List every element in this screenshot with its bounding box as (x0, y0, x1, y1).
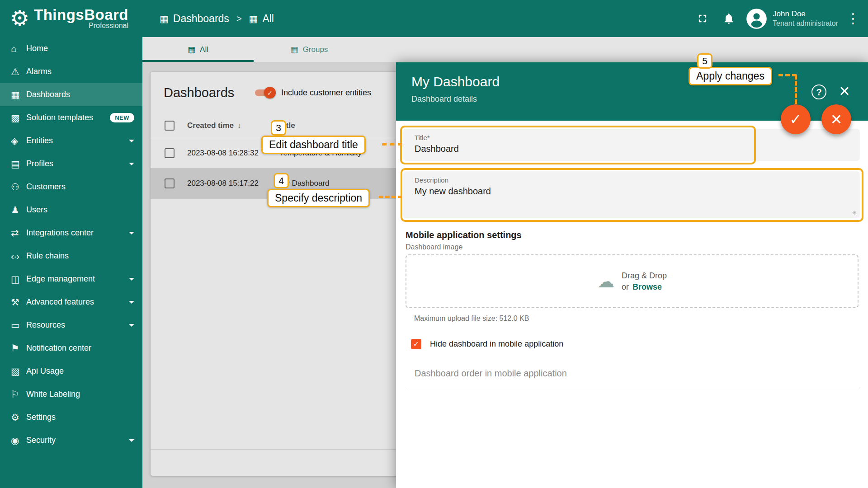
chevron-down-icon (129, 439, 134, 442)
sidebar-item-label: Settings (26, 413, 56, 422)
sidebar-item-label: Users (26, 205, 47, 215)
security-icon (11, 436, 26, 445)
sidebar-item-api-usage[interactable]: Api Usage (0, 360, 142, 383)
sidebar-item-home[interactable]: Home (0, 37, 142, 60)
chevron-down-icon (129, 301, 134, 304)
sidebar-item-label: Alarms (26, 67, 52, 76)
notifications-button[interactable] (720, 9, 738, 28)
resize-grip-icon[interactable]: ≡ (851, 209, 858, 216)
profiles-icon (11, 159, 26, 169)
sidebar-item-label: Solution templates (26, 113, 93, 122)
api-usage-icon (11, 366, 26, 376)
close-panel-button[interactable] (835, 81, 854, 100)
title-field-value: Dashboard (415, 144, 849, 154)
app-logo[interactable]: ThingsBoard Professional (0, 7, 142, 30)
hide-dashboard-label: Hide dashboard in mobile application (430, 339, 563, 349)
description-field-label: Description (415, 176, 849, 184)
more-menu-button[interactable] (846, 12, 858, 25)
top-header: ThingsBoard Professional Dashboards > Al… (0, 0, 868, 37)
fullscreen-button[interactable] (693, 9, 712, 28)
sidebar-item-rule-chains[interactable]: Rule chains (0, 244, 142, 267)
apply-changes-button[interactable] (781, 104, 811, 134)
notification-center-icon (11, 343, 26, 353)
white-labeling-icon (11, 389, 26, 399)
cancel-changes-button[interactable] (821, 104, 851, 134)
sidebar-item-notification-center[interactable]: Notification center (0, 337, 142, 360)
sidebar-item-label: Edge management (26, 274, 95, 284)
title-field-label: Title* (415, 134, 849, 141)
sidebar-item-label: Profiles (26, 159, 53, 169)
sidebar-item-label: Resources (26, 320, 65, 330)
description-field[interactable]: Description My new dashboard ≡ (403, 171, 860, 218)
max-upload-note: Maximum upload file size: 512.0 KB (414, 314, 529, 323)
tutorial-step-5-number: 5 (697, 53, 712, 69)
breadcrumb-item-all[interactable]: All (249, 13, 274, 25)
sidebar-item-resources[interactable]: Resources (0, 314, 142, 337)
hide-dashboard-row: Hide dashboard in mobile application (411, 339, 563, 349)
close-icon (839, 82, 849, 100)
sidebar-item-label: White Labeling (26, 389, 80, 399)
edge-management-icon (11, 274, 26, 284)
description-field-value: My new dashboard (415, 186, 849, 197)
breadcrumb-separator: > (236, 14, 242, 24)
dashboard-order-field[interactable]: Dashboard order in mobile application (406, 360, 860, 387)
tutorial-connector-5-horizontal (778, 74, 797, 76)
help-button[interactable] (811, 84, 826, 99)
user-name: John Doe (773, 9, 838, 19)
sidebar-item-label: Security (26, 436, 56, 445)
logo-gear-icon (10, 8, 29, 29)
entities-icon (11, 136, 26, 145)
sidebar: Home Alarms Dashboards Solution template… (0, 37, 142, 488)
sidebar-item-label: Customers (26, 182, 66, 192)
breadcrumb-label: Dashboards (173, 13, 229, 25)
logo-subtitle: Professional (34, 22, 128, 30)
breadcrumb-label: All (262, 13, 274, 25)
image-dropzone[interactable]: Drag & Drop or Browse (406, 254, 859, 308)
order-field-placeholder: Dashboard order in mobile application (415, 368, 567, 379)
tutorial-step-3-label: Edit dashboard title (261, 136, 366, 154)
hide-dashboard-checkbox[interactable] (411, 339, 421, 349)
users-icon (11, 205, 26, 215)
sidebar-item-label: Advanced features (26, 297, 94, 307)
header-actions: John Doe Tenant administrator (693, 8, 868, 29)
browse-link[interactable]: Browse (632, 282, 662, 292)
sidebar-item-dashboards[interactable]: Dashboards (0, 83, 142, 106)
integrations-center-icon (11, 228, 26, 238)
sidebar-item-label: Home (26, 44, 48, 53)
chevron-down-icon (129, 232, 134, 235)
dropzone-text: Drag & Drop (622, 271, 667, 281)
sidebar-item-label: Api Usage (26, 366, 64, 376)
user-menu[interactable]: John Doe Tenant administrator (746, 8, 838, 29)
bell-icon (722, 12, 735, 25)
chevron-down-icon (129, 278, 134, 281)
new-badge: NEW (110, 113, 134, 122)
sidebar-item-solution-templates[interactable]: Solution templates NEW (0, 106, 142, 129)
fullscreen-icon (696, 12, 709, 25)
chevron-down-icon (129, 324, 134, 327)
breadcrumb-item-dashboards[interactable]: Dashboards (160, 13, 229, 25)
alarms-icon (11, 67, 26, 76)
sidebar-item-settings[interactable]: Settings (0, 406, 142, 429)
sidebar-item-white-labeling[interactable]: White Labeling (0, 383, 142, 406)
sidebar-item-profiles[interactable]: Profiles (0, 152, 142, 175)
avatar (746, 8, 767, 29)
sidebar-item-users[interactable]: Users (0, 198, 142, 221)
sidebar-item-label: Dashboards (26, 90, 70, 99)
breadcrumb: Dashboards > All (160, 13, 274, 25)
sidebar-item-integrations-center[interactable]: Integrations center (0, 221, 142, 244)
tutorial-step-4-number: 4 (274, 173, 289, 188)
chevron-down-icon (129, 140, 134, 142)
resources-icon (11, 320, 26, 330)
sidebar-item-entities[interactable]: Entities (0, 129, 142, 152)
mobile-settings-heading: Mobile application settings (406, 230, 522, 240)
sidebar-item-customers[interactable]: Customers (0, 175, 142, 198)
sidebar-item-alarms[interactable]: Alarms (0, 60, 142, 83)
tutorial-connector-3 (382, 143, 402, 145)
sidebar-item-advanced-features[interactable]: Advanced features (0, 291, 142, 314)
sidebar-item-label: Integrations center (26, 228, 94, 238)
grid-icon (249, 14, 258, 23)
sidebar-item-edge-management[interactable]: Edge management (0, 267, 142, 291)
sidebar-item-security[interactable]: Security (0, 429, 142, 452)
sidebar-item-label: Rule chains (26, 251, 69, 261)
check-icon (790, 112, 802, 127)
